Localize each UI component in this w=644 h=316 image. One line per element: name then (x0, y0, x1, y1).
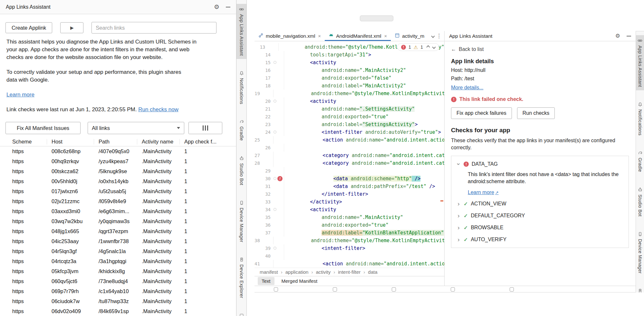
tool-tab-gradle[interactable]: Gradle (236, 116, 246, 144)
tab-options-kebab-icon[interactable]: ⋮ (436, 31, 442, 41)
table-row[interactable]: https06dv02o409/84k659v1sp.MainActivity1 (0, 306, 236, 316)
table-row[interactable]: https017jwlxzn6/u5t2usab5j.MainActivity1 (0, 186, 236, 196)
code-line[interactable]: 18 android:label="MainActivity2" (255, 82, 444, 90)
table-row[interactable]: https04rtcqtz3a/3a1hgptqgi.MainActivity1 (0, 256, 236, 266)
column-header[interactable]: Scheme (12, 137, 52, 146)
tab-merged-manifest[interactable]: Merged Manifest (278, 277, 322, 285)
fold-marker-icon[interactable] (274, 100, 276, 103)
code-line[interactable]: 30! <data android:scheme="http" /> (255, 175, 444, 183)
inspections-widget[interactable]: ! 1 ⚠ 1 (397, 43, 439, 51)
code-line[interactable]: 34 <activity (255, 206, 444, 213)
check-row-data-tag[interactable]: › ! DATA_TAG (457, 161, 623, 168)
code-editor[interactable]: 13 android:theme="@style/Theme.KotlinEmp… (255, 41, 444, 268)
fix-all-manifest-issues-button[interactable]: Fix All Manifest Issues (5, 122, 81, 134)
gear-icon[interactable]: ⚙ (214, 4, 219, 10)
code-line[interactable]: 29 (255, 167, 444, 175)
code-line[interactable]: 37 android:label="KotlinBlankTestApplica… (255, 229, 444, 237)
code-line[interactable]: 25 <action android:name="android.intent.… (255, 136, 444, 144)
code-line[interactable]: 24 <intent-filter android:autoVerify="tr… (255, 128, 444, 136)
fold-marker-icon[interactable] (274, 131, 276, 133)
code-line[interactable]: 28 <category android:name="android.inten… (255, 159, 444, 167)
table-row[interactable]: https00tskcza62/5lknugk9se.MainActivity1 (0, 166, 236, 176)
tool-tab-notifications[interactable]: Notifications (636, 99, 644, 139)
code-line[interactable]: 15 <activity (255, 59, 444, 66)
column-header[interactable]: Activity name (142, 137, 184, 146)
minimize-icon[interactable] (226, 7, 230, 7)
learn-more-link[interactable]: Learn more (6, 92, 34, 98)
breadcrumb-item-data[interactable]: data (368, 269, 377, 275)
code-line[interactable]: 35 android:name=".MainActivity" (255, 213, 444, 221)
fold-marker-icon[interactable] (274, 247, 276, 250)
table-row[interactable]: https06ciudok7w/tu87hwp33z.MainActivity1 (0, 296, 236, 306)
column-header[interactable]: Path (99, 137, 142, 146)
close-icon[interactable]: × (318, 33, 321, 39)
column-header[interactable]: Host (52, 137, 99, 146)
table-row[interactable]: https04ic253aay/1wwnfbr738.MainActivity1 (0, 236, 236, 246)
tool-icon[interactable] (451, 287, 455, 291)
tool-tab-notifications[interactable]: Notifications (236, 68, 246, 107)
column-settings-button[interactable] (188, 122, 222, 134)
code-line[interactable]: 32 </intent-filter> (255, 190, 444, 198)
table-row[interactable]: https069p7r79rh/c1x64yab10.MainActivity1 (0, 286, 236, 296)
fold-marker-icon[interactable] (274, 61, 276, 64)
code-line[interactable]: 14 tools:targetApi="31"> (255, 51, 444, 59)
breadcrumb-item-activity[interactable]: activity (316, 269, 331, 275)
table-row[interactable]: https03wq7w2kbu/y0qqimaw3s.MainActivity1 (0, 216, 236, 226)
tab-text[interactable]: Text (258, 277, 274, 285)
close-icon[interactable]: × (384, 33, 387, 39)
check-row-auto_verify[interactable]: ›✓AUTO_VERIFY (457, 236, 623, 243)
code-line[interactable]: 22 android:exported="true" (255, 113, 444, 121)
minimize-icon[interactable] (627, 36, 631, 36)
code-line[interactable]: 19 android:theme="@style/Theme.KotlinEmp… (255, 90, 444, 97)
tool-tab-gradle[interactable]: Gradle (636, 147, 644, 175)
tool-icon[interactable] (274, 287, 278, 291)
gear-icon[interactable]: ⚙ (615, 33, 620, 39)
tool-tab-device-explorer[interactable]: Device Explorer (236, 254, 246, 301)
code-line[interactable]: 21 android:name=".SettingsActivity" (255, 105, 444, 113)
run-button[interactable]: ▶ (60, 22, 83, 33)
create-applink-button[interactable]: Create Applink (5, 22, 52, 33)
tool-tab-studio-bot[interactable]: Studio Bot (636, 184, 644, 220)
code-line[interactable]: 23 android:label="SettingsActivity"> (255, 121, 444, 128)
gutter-error-icon[interactable]: ! (277, 176, 283, 181)
table-row[interactable]: https00v5hhld0j/o0xhs14ykb.MainActivity1 (0, 176, 236, 186)
error-stripe-mark[interactable] (440, 200, 443, 202)
breadcrumb-item-manifest[interactable]: manifest (260, 269, 278, 275)
code-line[interactable]: 31 <data android:pathPrefix="/test" /> (255, 183, 444, 190)
breadcrumb-item-intent-filter[interactable]: intent-filter (338, 269, 360, 275)
tool-tab-device-explorer[interactable]: Device Explorer (636, 285, 644, 292)
tool-icon[interactable] (333, 287, 337, 291)
check-row-default_category[interactable]: ›✓DEFAULT_CATEGORY (457, 212, 623, 219)
tool-tab-device-manager[interactable]: Device Manager (636, 229, 644, 277)
back-to-list-link[interactable]: ← Back to list (451, 46, 484, 52)
code-line[interactable]: 26 (255, 144, 444, 152)
run-checks-button[interactable]: Run checks (517, 107, 555, 119)
table-row[interactable]: https04r5lqn3gf/4g5nalc1la.MainActivity1 (0, 246, 236, 256)
check-row-action_view[interactable]: ›✓ACTION_VIEW (457, 200, 623, 207)
code-line[interactable]: 41 <action android:name="android.intent.… (255, 260, 444, 268)
code-line[interactable]: 33 </activity> (255, 198, 444, 206)
learn-more-link[interactable]: Learn more↗ (468, 190, 499, 195)
tool-tab-fragment[interactable] (236, 310, 246, 316)
table-row[interactable]: https060qv5jct6/73ne8udqj4.MainActivity1 (0, 276, 236, 286)
code-line[interactable]: 39 <intent-filter> (255, 244, 444, 252)
fold-marker-icon[interactable] (274, 177, 276, 180)
code-line[interactable]: 20 <activity (255, 97, 444, 105)
code-line[interactable]: 16 android:name=".MainActivity2" (255, 66, 444, 74)
table-row[interactable]: https048jg1x665/qgrt37ezpm.MainActivity1 (0, 226, 236, 236)
code-line[interactable]: 40 (255, 252, 444, 260)
table-row[interactable]: https008c6z68np/407e09q5x0.MainActivity1 (0, 146, 236, 156)
tool-tab-app-links-assistant[interactable]: App Links Assistant (636, 35, 644, 90)
code-line[interactable]: 17 android:exported="false" (255, 74, 444, 82)
table-row[interactable]: https03axxd3mi0/e6g63mim....MainActivity… (0, 206, 236, 216)
tool-tab-studio-bot[interactable]: Studio Bot (236, 153, 246, 189)
tool-tab-app-links-assistant[interactable]: App Links Assistant (236, 4, 246, 59)
code-line[interactable]: 27 <category android:name="android.inten… (255, 152, 444, 159)
tool-icon[interactable] (510, 287, 514, 291)
code-line[interactable]: 36 android:exported="true" (255, 221, 444, 229)
fold-marker-icon[interactable] (274, 208, 276, 211)
run-checks-now-link[interactable]: Run checks now (138, 106, 178, 113)
table-row[interactable]: https00hq9zrkqv/yzu4kpeas7.MainActivity1 (0, 156, 236, 166)
code-line[interactable]: 38 android:theme="@style/Theme.KotlinEmp… (255, 237, 444, 244)
table-row[interactable]: https02jv21zzmc/l059v8t4e9.MainActivity1 (0, 196, 236, 206)
